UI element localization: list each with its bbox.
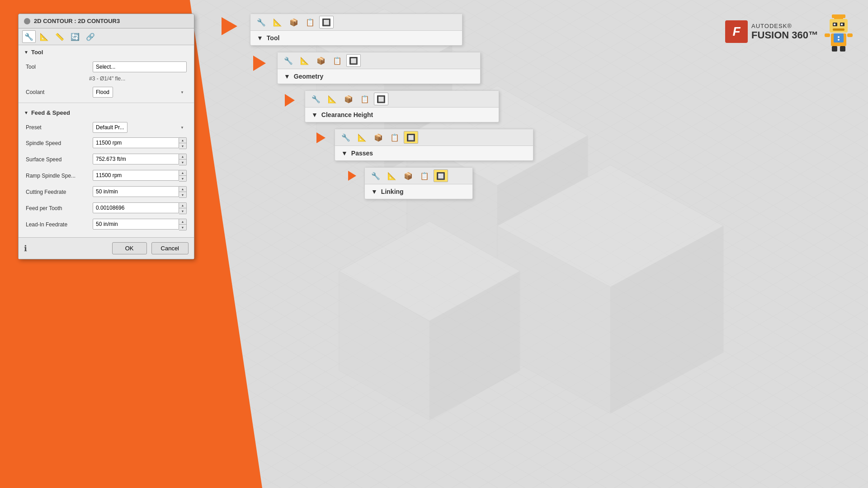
surface-speed-down[interactable]: ▼ <box>179 160 186 165</box>
panel-tool-tab-3[interactable]: 📦 <box>287 16 301 28</box>
tab-tool[interactable]: 🔧 <box>22 30 36 43</box>
main-dialog: 2D CONTOUR : 2D CONTOUR3 🔧 📐 📏 🔄 🔗 ▼ Too… <box>18 14 194 259</box>
ok-button[interactable]: OK <box>112 242 147 254</box>
feed-per-tooth-spinner: ▲ ▼ <box>93 202 187 214</box>
svg-rect-20 <box>833 28 844 31</box>
surface-speed-label: Surface Speed <box>26 156 89 163</box>
panel-clearance-arrow: ▼ <box>311 111 318 118</box>
panel-clr-tab-4[interactable]: 📋 <box>358 93 372 105</box>
svg-rect-14 <box>834 17 843 19</box>
spindle-speed-spinner-btns: ▲ ▼ <box>179 137 187 149</box>
panel-pass-tab-4[interactable]: 📋 <box>387 131 402 144</box>
panel-clr-tab-1[interactable]: 🔧 <box>309 93 323 105</box>
panel-pass-tab-1[interactable]: 🔧 <box>339 131 353 144</box>
footer-buttons: OK Cancel <box>112 242 189 254</box>
cutting-feedrate-up[interactable]: ▲ <box>179 187 186 192</box>
feed-per-tooth-up[interactable]: ▲ <box>179 203 186 208</box>
feed-per-tooth-label: Feed per Tooth <box>26 205 89 211</box>
ramp-spindle-up[interactable]: ▲ <box>179 170 186 176</box>
spindle-speed-spinner: ▲ ▼ <box>93 137 187 149</box>
panel-tool-tab-4[interactable]: 📋 <box>303 16 317 28</box>
tool-row: Tool Select... <box>19 59 194 75</box>
panel-tool-header: ▼ Tool <box>250 31 462 45</box>
autodesk-logo-area: F AUTODESK® FUSION 360™ <box>725 14 854 50</box>
surface-speed-up[interactable]: ▲ <box>179 154 186 160</box>
panel-geo-tab-2[interactable]: 📐 <box>297 54 312 67</box>
panel-geometry-header: ▼ Geometry <box>278 69 480 84</box>
arrow-clearance-svg <box>285 94 301 107</box>
cancel-button[interactable]: Cancel <box>151 242 189 254</box>
feed-speed-arrow: ▼ <box>24 110 28 115</box>
coolant-select[interactable]: Flood Mist Air None <box>93 87 113 98</box>
surface-speed-spinner: ▲ ▼ <box>93 154 187 165</box>
dialog-title: 2D CONTOUR : 2D CONTOUR3 <box>34 18 120 24</box>
ramp-spindle-spinner-btns: ▲ ▼ <box>179 170 187 182</box>
svg-rect-28 <box>840 46 845 52</box>
panel-tool-tab-1[interactable]: 🔧 <box>254 16 269 28</box>
surface-speed-input[interactable] <box>93 154 179 164</box>
panel-geo-tab-4[interactable]: 📋 <box>330 54 344 67</box>
panel-tool-arrow: ▼ <box>257 34 263 42</box>
feed-per-tooth-down[interactable]: ▼ <box>179 208 186 214</box>
divider-1 <box>19 103 194 103</box>
tab-heights[interactable]: 📏 <box>53 30 66 43</box>
panel-linking-header: ▼ Linking <box>365 184 472 199</box>
dialog-close-button[interactable] <box>24 18 30 24</box>
cutting-feedrate-spinner-btns: ▲ ▼ <box>179 186 187 198</box>
panel-passes-tabs: 🔧 📐 📦 📋 🔲 <box>335 129 533 146</box>
svg-rect-18 <box>834 23 835 25</box>
feed-per-tooth-spinner-btns: ▲ ▼ <box>179 202 187 214</box>
svg-marker-31 <box>285 94 295 107</box>
panel-geo-tab-1[interactable]: 🔧 <box>281 54 296 67</box>
panel-link-tab-2[interactable]: 📐 <box>385 169 399 182</box>
tab-linking[interactable]: 🔗 <box>84 30 97 43</box>
ramp-spindle-input[interactable] <box>93 170 179 181</box>
panel-clr-tab-3[interactable]: 📦 <box>341 93 356 105</box>
panel-geometry-tabs: 🔧 📐 📦 📋 🔲 <box>278 52 480 69</box>
panel-link-tab-4[interactable]: 📋 <box>417 169 432 182</box>
info-icon[interactable]: ℹ <box>24 244 27 253</box>
coolant-label: Coolant <box>26 89 89 95</box>
preset-row: Preset Default Pr... <box>19 120 194 135</box>
panel-row-clearance: 🔧 📐 📦 📋 🔲 ▼ Clearance Height <box>285 90 533 122</box>
lead-in-feedrate-down[interactable]: ▼ <box>179 225 186 230</box>
preset-select-wrapper: Default Pr... <box>93 122 187 133</box>
spindle-speed-up[interactable]: ▲ <box>179 138 186 143</box>
cutting-feedrate-spinner: ▲ ▼ <box>93 186 187 198</box>
panel-linking-tabs: 🔧 📐 📦 📋 🔲 <box>365 168 472 184</box>
ramp-spindle-down[interactable]: ▼ <box>179 176 186 181</box>
panel-linking-card: 🔧 📐 📦 📋 🔲 ▼ Linking <box>364 167 473 199</box>
panel-tool-tab-5[interactable]: 🔲 <box>319 16 334 28</box>
panel-link-tab-1[interactable]: 🔧 <box>368 169 383 182</box>
panel-pass-tab-2[interactable]: 📐 <box>355 131 369 144</box>
panel-link-tab-5[interactable]: 🔲 <box>434 169 448 182</box>
spindle-speed-down[interactable]: ▼ <box>179 143 186 149</box>
panel-geo-tab-5[interactable]: 🔲 <box>346 54 361 67</box>
ramp-spindle-label: Ramp Spindle Spe... <box>26 173 89 179</box>
arrow-linking-svg <box>348 171 361 181</box>
svg-marker-30 <box>253 56 266 71</box>
coolant-select-wrapper: Flood Mist Air None <box>93 87 187 98</box>
panel-tool-tab-2[interactable]: 📐 <box>270 16 285 28</box>
panel-tool-card: 🔧 📐 📦 📋 🔲 ▼ Tool <box>250 14 462 46</box>
cutting-feedrate-input[interactable] <box>93 186 179 197</box>
preset-select[interactable]: Default Pr... <box>93 122 127 133</box>
lead-in-feedrate-up[interactable]: ▲ <box>179 219 186 225</box>
lead-in-feedrate-input[interactable] <box>93 219 179 230</box>
panel-clr-tab-5[interactable]: 🔲 <box>374 93 388 105</box>
feed-per-tooth-input[interactable] <box>93 202 179 213</box>
tool-select-button[interactable]: Select... <box>93 61 187 72</box>
panel-row-linking: 🔧 📐 📦 📋 🔲 ▼ Linking <box>348 167 533 199</box>
panel-clr-tab-2[interactable]: 📐 <box>325 93 340 105</box>
panel-link-tab-3[interactable]: 📦 <box>401 169 415 182</box>
tab-passes[interactable]: 🔄 <box>68 30 82 43</box>
spindle-speed-input[interactable] <box>93 137 179 148</box>
panels-container: 🔧 📐 📦 📋 🔲 ▼ Tool 🔧 📐 📦 📋 <box>222 14 533 199</box>
panel-pass-tab-5[interactable]: 🔲 <box>404 131 418 144</box>
tab-geometry[interactable]: 📐 <box>38 30 51 43</box>
svg-point-24 <box>838 39 840 41</box>
cutting-feedrate-down[interactable]: ▼ <box>179 192 186 197</box>
panel-geo-tab-3[interactable]: 📦 <box>314 54 328 67</box>
surface-speed-spinner-btns: ▲ ▼ <box>179 154 187 165</box>
panel-pass-tab-3[interactable]: 📦 <box>371 131 386 144</box>
